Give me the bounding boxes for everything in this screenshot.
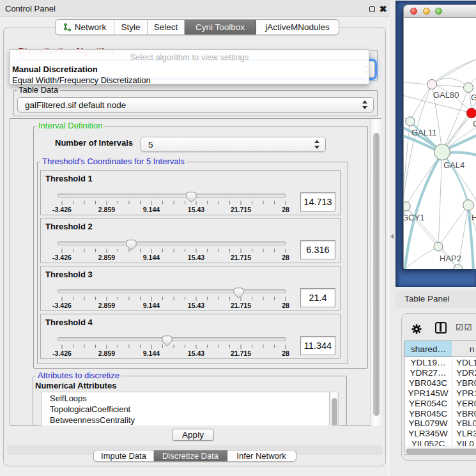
slider-tick-label: 28 xyxy=(266,302,305,309)
attributes-list-scrollbar[interactable] xyxy=(330,392,339,426)
bottom-tab-bar: Impute DataDiscretize DataInfer Network xyxy=(93,450,296,462)
table-row[interactable]: YBR045CYBR0 xyxy=(404,409,476,419)
combo-arrows-icon xyxy=(314,140,320,149)
numerical-attributes-list[interactable]: SelfLoopsTopologicalCoefficientBetweenne… xyxy=(42,392,330,426)
slider-tick-label: -3.426 xyxy=(43,302,81,309)
tab-label: Impute Data xyxy=(101,451,146,461)
slider-tick-label: 15.43 xyxy=(177,206,215,213)
scrollbar-thumb[interactable] xyxy=(373,133,380,416)
scrollbar-thumb[interactable] xyxy=(406,449,476,454)
attributes-group-title: Attributes to discretize xyxy=(36,371,121,380)
tab-label: Discretize Data xyxy=(162,451,219,461)
svg-text:C: C xyxy=(473,119,476,128)
cell-shared-name: YER054C xyxy=(404,399,452,408)
settings-vertical-scrollbar[interactable] xyxy=(371,119,381,426)
cell-shared-name: YDL19… xyxy=(404,358,452,367)
table-horizontal-scrollbar[interactable] xyxy=(405,447,476,454)
tab-infer-network[interactable]: Infer Network xyxy=(227,450,295,461)
table-row[interactable]: YBL079WYBL0 xyxy=(404,418,476,429)
slider-tick-label: 9.144 xyxy=(132,349,171,357)
slider-tick-label: 21.715 xyxy=(222,206,260,213)
algorithm-dropdown-popup: Select algorithm to view settings Manual… xyxy=(10,49,369,84)
number-of-intervals-combobox[interactable]: 5 xyxy=(141,137,326,152)
threshold-value-field[interactable]: 21.4 xyxy=(300,288,335,307)
slider-thumb[interactable] xyxy=(162,335,173,346)
cell-name: YDL1 xyxy=(456,358,476,367)
tab-jactivemnodules[interactable]: jActiveMNodules xyxy=(256,20,339,35)
close-window-icon[interactable]: ✖ xyxy=(379,5,387,13)
apply-button[interactable]: Apply xyxy=(172,429,214,441)
control-panel-titlebar: Control Panel ✖ xyxy=(0,0,390,17)
cell-shared-name: YBL079W xyxy=(404,418,452,428)
gear-icon[interactable] xyxy=(411,324,422,334)
slider-tick-label: 28 xyxy=(266,254,305,261)
columns-icon[interactable] xyxy=(435,322,447,334)
zoom-traffic-light[interactable] xyxy=(435,8,442,15)
threshold-block-3: Threshold 3-3.4262.8599.14415.4321.71528… xyxy=(40,266,341,311)
table-row[interactable]: YBR043CYBR0 xyxy=(404,378,476,388)
cell-name: YDR2 xyxy=(456,368,476,378)
table-row[interactable]: YPR145WYPR1 xyxy=(404,388,476,399)
scrollbar-thumb[interactable] xyxy=(332,398,337,426)
list-item[interactable]: BetweennessCentrality xyxy=(50,415,135,425)
cell-shared-name: YBR045C xyxy=(404,409,452,418)
table-row[interactable]: YDR27…YDR2 xyxy=(404,368,476,378)
slider-tick-label: 9.144 xyxy=(132,206,171,213)
table-row[interactable]: YIL052CYIL0 xyxy=(404,439,476,446)
network-view-window: GAL80GACGAL11GAL4GCY1HHAP2 xyxy=(403,4,476,268)
numerical-attributes-label: Numerical Attributes xyxy=(35,381,116,390)
column-header-label: shared… xyxy=(411,344,446,354)
network-graph: GAL80GACGAL11GAL4GCY1HHAP2 xyxy=(404,18,476,269)
table-data-combobox[interactable]: galFiltered.sif default node xyxy=(17,97,374,112)
slider-tick-label: 15.43 xyxy=(177,254,215,261)
cell-shared-name: YPR145W xyxy=(404,388,452,398)
tab-select[interactable]: Select xyxy=(148,20,185,35)
svg-text:H: H xyxy=(472,213,476,222)
panel-edge-highlight xyxy=(388,17,389,476)
popup-item-1[interactable]: Manual Discretization xyxy=(12,65,98,74)
slider-tick-label: 21.715 xyxy=(222,302,260,309)
tab-network[interactable]: Network xyxy=(56,20,114,35)
slider-thumb[interactable] xyxy=(233,288,244,298)
tab-cyni-toolbox[interactable]: Cyni Toolbox xyxy=(185,20,256,35)
split-divider-arrow-icon[interactable] xyxy=(390,234,394,239)
cell-name: YER0 xyxy=(456,399,476,408)
slider-tick-label: 2.859 xyxy=(88,349,126,357)
tab-impute-data[interactable]: Impute Data xyxy=(94,450,154,461)
table-row[interactable]: YLR345WYLR3 xyxy=(404,429,476,439)
table-panel-title: Table Panel xyxy=(404,294,450,303)
threshold-value-field[interactable]: 14.713 xyxy=(300,192,335,211)
cell-name: YLR3 xyxy=(456,429,476,438)
checkbox-icon[interactable]: ☑ xyxy=(456,322,463,332)
cell-name: YBL0 xyxy=(456,418,476,428)
slider-thumb[interactable] xyxy=(186,192,197,203)
network-icon xyxy=(63,23,72,31)
threshold-value-field[interactable]: 11.344 xyxy=(300,336,335,355)
float-window-icon[interactable] xyxy=(369,6,375,12)
table-column-header-name[interactable]: n xyxy=(452,341,476,357)
minimize-traffic-light[interactable] xyxy=(423,8,430,15)
svg-text:GCY1: GCY1 xyxy=(404,213,424,222)
table-row[interactable]: YER054CYER0 xyxy=(404,399,476,409)
slider-tick-label: -3.426 xyxy=(43,349,81,357)
checkbox-icon[interactable]: ☑ xyxy=(464,322,472,332)
threshold-value-field[interactable]: 6.316 xyxy=(300,240,335,259)
list-item[interactable]: TopologicalCoefficient xyxy=(50,404,130,414)
table-row[interactable]: YDL19…YDL1 xyxy=(404,358,476,368)
list-item[interactable]: SelfLoops xyxy=(50,394,87,403)
network-canvas[interactable]: GAL80GACGAL11GAL4GCY1HHAP2 xyxy=(404,18,476,269)
tab-label: Network xyxy=(75,22,107,32)
table-column-header-shared-name[interactable]: shared… xyxy=(404,341,452,357)
tab-style[interactable]: Style xyxy=(114,20,148,35)
popup-prompt-item[interactable]: Select algorithm to view settings xyxy=(10,52,369,62)
popup-item-2[interactable]: Equal Width/Frequency Discretization xyxy=(12,75,151,85)
threshold-coordinates-title: Threshold's Coordinates for 5 Intervals xyxy=(40,157,187,166)
svg-text:GA: GA xyxy=(471,93,476,102)
close-traffic-light[interactable] xyxy=(410,8,417,15)
slider-tick-label: 2.859 xyxy=(88,302,126,309)
slider-tick-label: 15.43 xyxy=(177,349,215,357)
slider-thumb[interactable] xyxy=(126,240,137,250)
threshold-block-1: Threshold 1-3.4262.8599.14415.4321.71528… xyxy=(40,170,341,215)
slider-tick-label: 2.859 xyxy=(88,254,126,261)
tab-discretize-data[interactable]: Discretize Data xyxy=(154,450,227,461)
